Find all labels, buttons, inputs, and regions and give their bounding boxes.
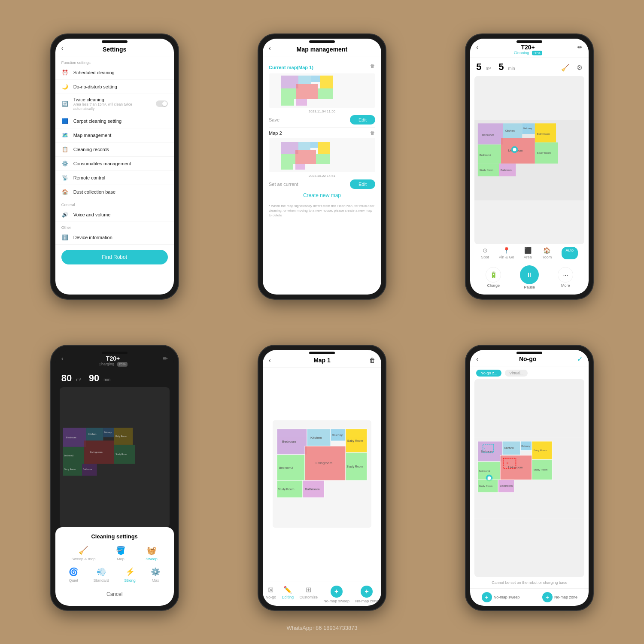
mode-area[interactable]: ⬛Area bbox=[524, 247, 532, 259]
add-sweep-icon: + bbox=[482, 592, 492, 602]
settings-records[interactable]: 📋 Cleaning records bbox=[55, 143, 174, 157]
settings-device[interactable]: ℹ️ Device information bbox=[55, 231, 174, 245]
voice-icon: 🔊 bbox=[61, 211, 69, 219]
tool-add-nosweep[interactable]: + No-map sweep bbox=[323, 586, 349, 603]
mop-label: Mop bbox=[117, 557, 125, 561]
cs-title: Cleaning settings bbox=[61, 533, 168, 540]
tool-nogo[interactable]: ⊠ No-go bbox=[266, 586, 276, 603]
phone4-title: T20+ bbox=[63, 355, 162, 362]
mode-spot[interactable]: ⊙Spot bbox=[481, 247, 489, 259]
phone3-settings-icon[interactable]: ✏ bbox=[577, 44, 583, 51]
tool-customize[interactable]: ⊞ Customize bbox=[299, 586, 318, 603]
map1-edit-button[interactable]: Edit bbox=[350, 115, 375, 125]
phone5-back[interactable]: ‹ bbox=[269, 357, 271, 364]
svg-rect-16 bbox=[281, 164, 293, 170]
svg-rect-2 bbox=[311, 76, 320, 82]
svg-text:Bedroom2: Bedroom2 bbox=[279, 466, 293, 469]
map1-save-button[interactable]: Save bbox=[269, 117, 279, 122]
tool-editing[interactable]: ✏️ Editing bbox=[282, 586, 294, 603]
svg-text:Study Room: Study Room bbox=[64, 468, 76, 471]
map2-delete-icon[interactable]: 🗑 bbox=[370, 130, 375, 136]
scheduled-text: Scheduled cleaning bbox=[73, 70, 168, 75]
phone3: ‹ T20+ Cleaning 80% ✏ 5 m² 5 min 🧹 ⚙ bbox=[465, 33, 594, 300]
phone1-back[interactable]: ‹ bbox=[61, 45, 64, 52]
nogo-add-zone[interactable]: + No-map zone bbox=[542, 592, 577, 602]
svg-text:Livingroom: Livingroom bbox=[316, 461, 332, 465]
phone4: ‹ T20+ Charging 70% ✏ 80 m² 90 min bbox=[50, 345, 179, 611]
pause-label: Pause bbox=[524, 285, 535, 289]
mop-item[interactable]: 🪣 Mop bbox=[116, 546, 125, 561]
more-button[interactable]: ··· bbox=[558, 267, 573, 283]
settings-remote[interactable]: 📡 Remote control bbox=[55, 171, 174, 185]
nogo-tab1[interactable]: No-go z... bbox=[476, 370, 501, 377]
nogo-add-sweep[interactable]: + No-map sweep bbox=[482, 592, 520, 602]
settings-map[interactable]: 🗺️ Map management bbox=[55, 128, 174, 143]
phone4-edit-icon[interactable]: ✏ bbox=[163, 355, 168, 362]
mode-pingo[interactable]: 📍Pin & Go bbox=[498, 247, 514, 259]
svg-rect-7 bbox=[281, 99, 294, 106]
quiet-item[interactable]: 🌀 Quiet bbox=[69, 567, 78, 583]
phone3-title: T20+ bbox=[478, 44, 577, 51]
phone3-stats: 5 m² 5 min 🧹 ⚙ bbox=[470, 58, 589, 76]
settings-voice[interactable]: 🔊 Voice and volume bbox=[55, 208, 174, 222]
strong-item[interactable]: ⚡ Strong bbox=[124, 567, 136, 583]
standard-item[interactable]: 💨 Standard bbox=[94, 567, 109, 583]
phone4-map-svg: Bedroom Kitchen Balcony Baby Room Bedroo… bbox=[60, 387, 170, 527]
twice-toggle[interactable] bbox=[156, 100, 168, 107]
svg-text:Bathroom: Bathroom bbox=[501, 168, 512, 171]
svg-rect-1 bbox=[298, 76, 311, 84]
phone5-title: Map 1 bbox=[313, 357, 331, 364]
settings-dnd[interactable]: 🌙 Do-no-disturb setting bbox=[55, 80, 174, 94]
svg-rect-15 bbox=[316, 154, 330, 164]
phone4-stats: 80 m² 90 min bbox=[55, 369, 174, 387]
cs-cancel-button[interactable]: Cancel bbox=[61, 589, 168, 600]
phone6-map: Bedroom × Kitchen Balcony Baby Room Bedr… bbox=[474, 379, 584, 577]
settings-carpet[interactable]: 🟦 Carpet cleaning setting bbox=[55, 114, 174, 128]
svg-text:Balcony: Balcony bbox=[522, 444, 531, 447]
phone4-map: Bedroom Kitchen Balcony Baby Room Bedroo… bbox=[60, 387, 170, 527]
phone2-back[interactable]: ‹ bbox=[269, 45, 271, 52]
settings-consumables[interactable]: ⚙️ Consumables management bbox=[55, 157, 174, 171]
standard-icon: 💨 bbox=[97, 567, 106, 577]
phone3-screen: ‹ T20+ Cleaning 80% ✏ 5 m² 5 min 🧹 ⚙ bbox=[470, 39, 589, 295]
phone1-section2: General bbox=[55, 199, 174, 208]
tool-add-zone[interactable]: + No-map zone bbox=[355, 586, 378, 603]
map2-edit-button[interactable]: Edit bbox=[350, 179, 375, 189]
create-map-button[interactable]: Create new map bbox=[269, 192, 375, 198]
sweep-item[interactable]: 🧺 Sweep bbox=[146, 546, 158, 561]
svg-text:Bathroom: Bathroom bbox=[500, 484, 513, 487]
map2-setcurrent-button[interactable]: Set as current bbox=[269, 182, 298, 187]
phone3-settings-icon2[interactable]: ⚙ bbox=[577, 64, 583, 72]
mode-auto[interactable]: Auto bbox=[562, 247, 578, 259]
svg-text:Kitchen: Kitchen bbox=[505, 129, 515, 132]
mode-room[interactable]: 🏠Room bbox=[541, 247, 552, 259]
nogo-tab2[interactable]: Virtual... bbox=[505, 370, 528, 377]
svg-rect-3 bbox=[320, 76, 333, 88]
map1-delete-icon[interactable]: 🗑 bbox=[370, 63, 375, 69]
charge-button[interactable]: 🔋 bbox=[486, 267, 501, 283]
svg-text:Baby Room: Baby Room bbox=[537, 132, 550, 135]
pause-button[interactable]: ⏸ bbox=[520, 265, 539, 284]
sweep-label: Sweep bbox=[146, 557, 158, 561]
quiet-icon: 🌀 bbox=[69, 567, 78, 577]
settings-twice[interactable]: 🔄 Twice cleaning Area less than 15m², wi… bbox=[55, 94, 174, 114]
find-robot-button[interactable]: Find Robot bbox=[61, 250, 168, 264]
scheduled-icon: ⏰ bbox=[61, 69, 69, 76]
svg-text:Baby Room: Baby Room bbox=[534, 449, 547, 452]
svg-text:Bathroom: Bathroom bbox=[83, 468, 92, 471]
add-nosweep-label: No-map sweep bbox=[323, 599, 349, 603]
phone6-screen: ‹ No-go ✓ No-go z... Virtual... Bedroom … bbox=[470, 350, 589, 606]
phone4-battery: 70% bbox=[117, 362, 128, 367]
phone5-delete[interactable]: 🗑 bbox=[369, 357, 375, 364]
svg-point-91 bbox=[488, 476, 491, 480]
sweep-mop-item[interactable]: 🧹 Sweep & mop bbox=[71, 546, 95, 561]
phone6-back[interactable]: ‹ bbox=[476, 355, 478, 362]
phone2-title: Map management bbox=[297, 46, 347, 53]
twice-icon: 🔄 bbox=[61, 100, 69, 108]
settings-scheduled[interactable]: ⏰ Scheduled cleaning bbox=[55, 66, 174, 80]
settings-dust[interactable]: 🏠 Dust collection base bbox=[55, 185, 174, 199]
svg-rect-8 bbox=[296, 99, 307, 106]
phone6-confirm-icon[interactable]: ✓ bbox=[577, 355, 583, 363]
max-item[interactable]: ⚙️ Max bbox=[151, 567, 160, 583]
phone2: ‹ Map management Current map(Map 1) 🗑 bbox=[258, 33, 386, 300]
